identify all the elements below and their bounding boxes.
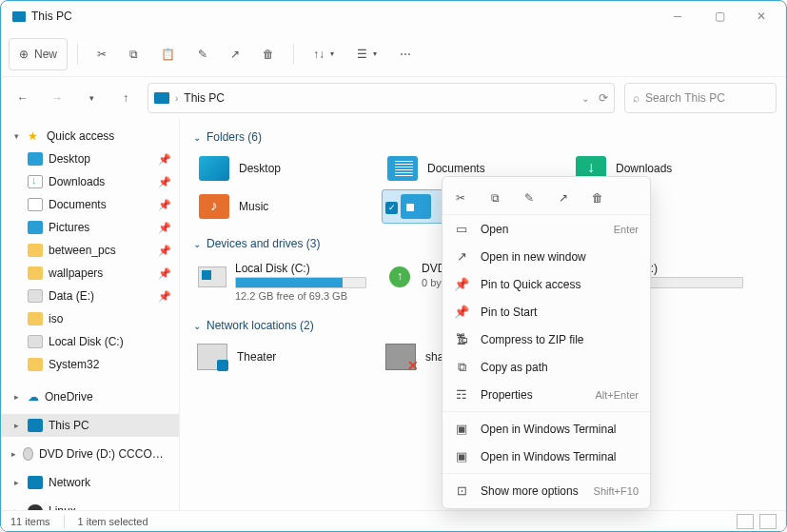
pin-icon: 📌 [454,305,469,320]
chevron-right-icon: › [175,93,178,104]
sidebar-item-system32[interactable]: System32 [1,353,179,376]
downloads-icon [28,175,43,188]
copy-icon: ⧉ [129,48,138,61]
chevron-right-icon[interactable]: ▸ [10,392,22,402]
rename-icon: ✎ [198,48,207,61]
folder-icon [28,312,43,325]
maximize-button[interactable]: ▢ [698,2,740,30]
desktop-icon [199,156,229,181]
cut-icon[interactable]: ✂ [452,189,469,207]
more-button[interactable]: ⋯ [390,38,421,70]
open-icon: ▭ [454,222,469,237]
pc-icon [12,11,26,22]
menu-compress-zip[interactable]: 🗜Compress to ZIP file [443,325,650,353]
rename-icon[interactable]: ✎ [521,189,538,207]
menu-properties[interactable]: ☶PropertiesAlt+Enter [443,381,650,408]
details-view-button[interactable] [737,514,754,529]
copy-icon[interactable]: ⧉ [486,189,503,207]
external-icon: ↗ [454,249,469,265]
sidebar-quick-access[interactable]: ▾ ★ Quick access [1,125,179,148]
folder-icon [28,244,43,257]
view-icon: ☰ [357,48,367,61]
sidebar-onedrive[interactable]: ▸☁OneDrive [1,385,179,408]
address-bar[interactable]: › This PC ⌄ ⟳ [148,83,615,113]
drive-local-c[interactable]: Local Disk (C:) 12.2 GB free of 69.3 GB [193,258,370,305]
sidebar-item-local-disk[interactable]: Local Disk (C:) [1,330,179,353]
netloc-theater[interactable]: Theater [193,340,370,374]
pc-icon [28,419,43,432]
zip-icon: 🗜 [454,332,469,347]
menu-terminal-2[interactable]: ▣Open in Windows Terminal [443,443,650,470]
sidebar-item-data-e[interactable]: Data (E:)📌 [1,285,179,307]
music-icon [199,194,229,219]
menu-copy-path[interactable]: ⧉Copy as path [443,353,650,381]
pin-icon: 📌 [158,176,171,188]
sort-button[interactable]: ↑↓▾ [304,38,344,70]
menu-open-new-window[interactable]: ↗Open in new window [443,243,650,270]
recent-button[interactable]: ▾ [79,86,104,110]
sidebar-thispc[interactable]: ▸This PC [1,414,179,437]
tab-label: This PC [31,10,72,23]
sidebar-item-iso[interactable]: iso [1,307,179,330]
rename-button[interactable]: ✎ [188,38,217,70]
label: Quick access [47,129,114,143]
paste-icon: 📋 [161,48,175,61]
search-placeholder: Search This PC [645,91,725,105]
capacity-bar [235,277,366,288]
menu-pin-start[interactable]: 📌Pin to Start [443,298,650,325]
close-button[interactable]: ✕ [740,2,782,30]
sidebar-network[interactable]: ▸Network [1,471,179,494]
search-input[interactable]: ⌕ Search This PC [624,83,777,113]
folder-desktop[interactable]: Desktop [193,151,370,186]
cut-button[interactable]: ✂ [88,38,116,70]
delete-button[interactable]: 🗑 [253,38,284,70]
forward-button[interactable]: → [45,86,69,110]
network-icon [28,476,43,489]
menu-terminal-1[interactable]: ▣Open in Windows Terminal [443,415,650,443]
refresh-button[interactable]: ⟳ [599,91,608,105]
chevron-right-icon[interactable]: ▸ [10,449,17,459]
minimize-button[interactable]: ─ [657,2,698,30]
chevron-right-icon[interactable]: ▸ [10,478,22,487]
pin-icon: 📌 [158,245,171,257]
menu-pin-quick-access[interactable]: 📌Pin to Quick access [443,270,650,298]
chevron-down-icon: ⌄ [193,321,201,331]
copy-button[interactable]: ⧉ [120,38,148,70]
new-button[interactable]: ⊕ New [9,38,68,70]
sidebar-dvd[interactable]: ▸DVD Drive (D:) CCCOMA_X64FRE_EN-U [1,443,179,465]
network-share-icon [197,344,227,370]
share-button[interactable]: ↗ [221,38,249,70]
sidebar-item-between-pcs[interactable]: between_pcs📌 [1,239,179,262]
menu-more-options[interactable]: ⊡Show more optionsShift+F10 [443,477,650,504]
menu-open[interactable]: ▭OpenEnter [443,215,650,243]
sidebar-item-desktop[interactable]: Desktop📌 [1,148,179,170]
address-location: This PC [184,91,225,105]
chevron-down-icon[interactable]: ⌄ [581,93,589,104]
terminal-icon: ▣ [454,449,469,464]
sidebar-item-wallpapers[interactable]: wallpapers📌 [1,262,179,285]
share-icon: ↗ [230,48,240,61]
paste-button[interactable]: 📋 [151,38,185,70]
cloud-icon: ☁ [28,390,39,404]
section-folders[interactable]: ⌄Folders (6) [193,127,773,151]
chevron-right-icon[interactable]: ▸ [10,421,22,430]
view-button[interactable]: ☰▾ [347,38,386,70]
sidebar-item-downloads[interactable]: Downloads📌 [1,170,179,193]
star-icon: ★ [28,129,41,143]
icons-view-button[interactable] [759,514,777,529]
sidebar-item-documents[interactable]: Documents📌 [1,193,179,216]
chevron-down-icon: ⌄ [193,239,201,249]
window-tab[interactable]: This PC [5,6,80,27]
back-button[interactable]: ← [10,86,35,110]
folder-music[interactable]: Music [193,189,370,224]
delete-icon[interactable]: 🗑 [589,189,606,207]
cut-icon: ✂ [97,48,107,61]
up-button[interactable]: ↑ [113,86,138,110]
sidebar-item-pictures[interactable]: Pictures📌 [1,216,179,239]
pc-icon [154,92,169,104]
chevron-down-icon[interactable]: ▾ [10,131,22,141]
pin-icon: 📌 [158,222,171,234]
pin-icon: 📌 [158,199,171,211]
checkbox-icon[interactable]: ✓ [385,202,398,214]
share-icon[interactable]: ↗ [555,189,572,207]
